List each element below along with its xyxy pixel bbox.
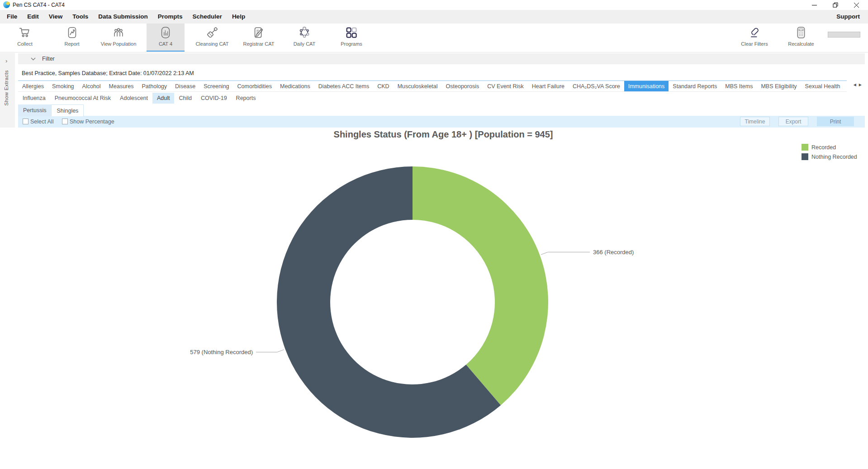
show-percentage-checkbox[interactable]	[62, 118, 68, 124]
slice-label: 366 (Recorded)	[593, 249, 634, 256]
tab-diabetes-acc-items[interactable]: Diabetes ACC Items	[314, 81, 374, 91]
programs-button[interactable]: Programs	[331, 24, 372, 52]
tab-smoking[interactable]: Smoking	[48, 81, 78, 91]
menu-data-submission[interactable]: Data Submission	[93, 10, 153, 24]
print-button[interactable]: Print	[817, 117, 854, 126]
export-button[interactable]: Export	[778, 117, 808, 126]
grid-icon	[345, 26, 358, 39]
donut-chart[interactable]: 366 (Recorded)579 (Nothing Recorded)	[0, 128, 868, 469]
tab-scroll-right-icon[interactable]: ▶	[859, 83, 864, 87]
tab-musculoskeletal[interactable]: Musculoskeletal	[394, 81, 442, 91]
tab-alcohol[interactable]: Alcohol	[78, 81, 105, 91]
tab-heart-failure[interactable]: Heart Failure	[528, 81, 569, 91]
select-all-checkbox[interactable]	[23, 118, 28, 124]
select-all-label: Select All	[30, 118, 53, 125]
chart-controls-bar: Select All Show Percentage Timeline Expo…	[18, 116, 865, 128]
tab-pertussis[interactable]: Pertussis	[18, 104, 51, 116]
tab-scroll-arrows: ◀▶	[854, 83, 864, 87]
tab-osteoporosis[interactable]: Osteoporosis	[442, 81, 484, 91]
adult-immunisation-tab-strip: Pertussis Shingles	[18, 104, 84, 116]
filter-label: Filter	[42, 56, 55, 62]
tab-child[interactable]: Child	[174, 93, 196, 104]
filter-bar[interactable]: Filter	[18, 53, 865, 64]
tab-scroll-left-icon[interactable]: ◀	[854, 83, 859, 87]
menu-bar: File Edit View Tools Data Submission Pro…	[0, 10, 868, 24]
note-pencil-icon	[252, 26, 266, 39]
close-icon	[854, 3, 859, 8]
app-logo-icon	[3, 1, 10, 8]
title-bar: Pen CS CAT4 - CAT4	[0, 0, 868, 10]
menu-scheduler[interactable]: Scheduler	[188, 10, 227, 24]
menu-file[interactable]: File	[2, 10, 22, 24]
chevron-down-icon	[31, 57, 36, 61]
chart-region: Shingles Status (From Age 18+ ) [Populat…	[0, 128, 868, 469]
tab-medications[interactable]: Medications	[276, 81, 314, 91]
calculator-icon	[794, 26, 808, 39]
tab-adult[interactable]: Adult	[152, 93, 175, 104]
close-button[interactable]	[847, 0, 865, 10]
menu-help[interactable]: Help	[227, 10, 250, 24]
cleansing-cat-button[interactable]: Cleansing CAT	[190, 24, 234, 52]
eraser-icon	[748, 26, 761, 39]
tab-disease[interactable]: Disease	[171, 81, 199, 91]
tab-comorbidities[interactable]: Comorbidities	[233, 81, 276, 91]
window-title: Pen CS CAT4 - CAT4	[13, 2, 65, 8]
clear-filters-button[interactable]: Clear Filters	[734, 24, 775, 52]
daily-cat-button[interactable]: Daily CAT	[284, 24, 325, 52]
donut-slice-recorded[interactable]	[413, 166, 548, 405]
tab-immunisations[interactable]: Immunisations	[624, 81, 669, 91]
immunisation-tab-strip: Influenza Pneumococcal At Risk Adolescen…	[18, 93, 260, 104]
recalculate-button[interactable]: Recalculate	[781, 24, 821, 52]
view-population-button[interactable]: View Population	[96, 24, 141, 52]
tab-influenza[interactable]: Influenza	[18, 93, 50, 104]
cat4-button[interactable]: CAT 4	[147, 24, 185, 52]
menu-edit[interactable]: Edit	[22, 10, 44, 24]
menu-view[interactable]: View	[44, 10, 68, 24]
menu-prompts[interactable]: Prompts	[153, 10, 188, 24]
restore-icon	[833, 2, 838, 8]
menu-support[interactable]: Support	[836, 10, 860, 24]
expand-chevron-icon[interactable]: ›	[5, 57, 7, 64]
tab-shingles[interactable]: Shingles	[51, 104, 84, 116]
tab-allergies[interactable]: Allergies	[18, 81, 48, 91]
slice-label: 579 (Nothing Recorded)	[190, 349, 253, 355]
menu-tools[interactable]: Tools	[67, 10, 93, 24]
tab-cv-event-risk[interactable]: CV Event Risk	[483, 81, 528, 91]
molecule-icon	[298, 26, 311, 39]
extract-info: Best Practice, Samples Database; Extract…	[22, 70, 194, 76]
leader-line	[256, 350, 284, 352]
tab-pneumococcal-at-risk[interactable]: Pneumococcal At Risk	[50, 93, 115, 104]
tab-measures[interactable]: Measures	[105, 81, 138, 91]
minimize-button[interactable]	[805, 0, 823, 10]
minimize-icon	[812, 3, 817, 8]
tab-viral-hepatitis[interactable]: Viral Hepatitis	[844, 81, 847, 91]
status-progress-bar	[828, 32, 860, 38]
category-tab-strip: Allergies Smoking Alcohol Measures Patho…	[18, 81, 847, 92]
people-icon	[112, 26, 125, 39]
restore-button[interactable]	[826, 0, 844, 10]
bar-chart-icon	[159, 26, 172, 39]
collect-button[interactable]: Collect	[5, 24, 44, 52]
cart-icon	[18, 26, 32, 39]
spade-icon	[205, 26, 219, 39]
tab-mbs-items[interactable]: MBS Items	[721, 81, 757, 91]
tab-sexual-health[interactable]: Sexual Health	[801, 81, 844, 91]
tab-mbs-eligibility[interactable]: MBS Eligibility	[757, 81, 801, 91]
tab-covid-19[interactable]: COVID-19	[196, 93, 232, 104]
tab-screening[interactable]: Screening	[199, 81, 233, 91]
show-percentage-label: Show Percentage	[70, 118, 114, 125]
tab-adolescent[interactable]: Adolescent	[115, 93, 152, 104]
timeline-button[interactable]: Timeline	[740, 117, 770, 126]
show-extracts-label: Show Extracts	[4, 70, 9, 106]
tab-pathology[interactable]: Pathology	[138, 81, 171, 91]
tab-chads-va-score[interactable]: CHA₂DS₂VA Score	[569, 81, 624, 91]
tab-reports[interactable]: Reports	[232, 93, 261, 104]
tab-ckd[interactable]: CKD	[373, 81, 393, 91]
leader-line	[541, 252, 590, 255]
tab-standard-reports[interactable]: Standard Reports	[669, 81, 721, 91]
line-chart-icon	[65, 26, 79, 39]
registrar-cat-button[interactable]: Registrar CAT	[237, 24, 280, 52]
report-button[interactable]: Report	[52, 24, 91, 52]
